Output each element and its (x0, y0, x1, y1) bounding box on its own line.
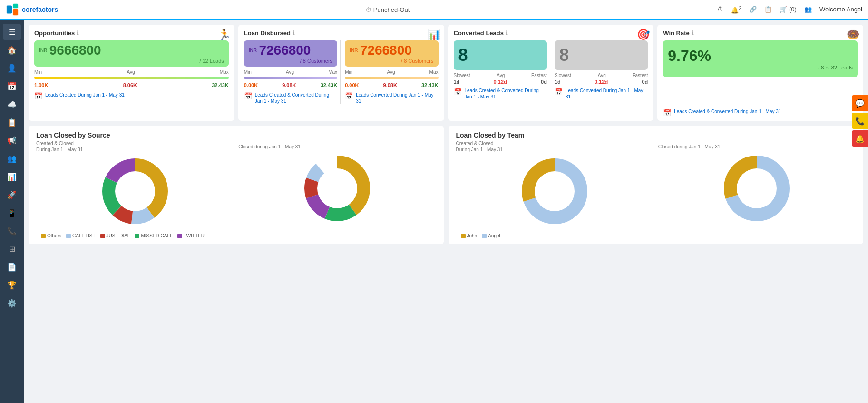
info-icon-opp: ℹ (77, 30, 78, 36)
cart-icon[interactable]: 🛒 (0) (780, 6, 797, 13)
loan-source-left: Created & Closed During Jan 1 - May 31 (36, 141, 234, 229)
legend-john: John (461, 233, 478, 238)
sidebar-item-calendar[interactable]: 📅 (3, 78, 21, 94)
svg-rect-0 (7, 6, 12, 14)
sidebar-item-campaigns[interactable]: 📢 (3, 132, 21, 148)
calendar-icon-loan1: 📅 (244, 92, 252, 100)
opp-footer: 📅 Leads Created During Jan 1 - May 31 (34, 92, 229, 100)
loan-by-team-card: Loan Closed by Team Created & Closed Dur… (449, 126, 864, 244)
sidebar-item-reports[interactable]: 📋 (3, 114, 21, 130)
loan-team-right: Closed during Jan 1 - May 31 (658, 144, 856, 226)
loan-source-inner: Created & Closed During Jan 1 - May 31 (36, 141, 436, 229)
loan-source-legend: Others CALL LIST JUST DIAL MISSED CALL T… (36, 233, 436, 238)
opp-values: 1.00K 8.06K 32.43K (34, 82, 229, 88)
converted-leads-card: Converted Leads ℹ 🎯 8 Slowest Avg Fastes… (448, 25, 654, 121)
users-icon[interactable]: 👥 (804, 6, 812, 13)
sidebar-item-documents[interactable]: 📄 (3, 259, 21, 275)
float-alert-btn[interactable]: 🔔 (852, 130, 868, 147)
legend-dot-calllist (66, 234, 71, 238)
legend-calllist: CALL LIST (66, 233, 96, 238)
opp-progress (34, 77, 229, 79)
float-buttons: 💬 📞 🔔 (852, 95, 868, 147)
conv-val1: 8 (454, 40, 547, 70)
legend-dot-justdial (100, 234, 105, 238)
logo-text: corefactors (22, 6, 58, 13)
sidebar: ☰ 🏠 👤 📅 ☁️ 📋 📢 👥 📊 🚀 📱 📞 ⊞ 📄 🏆 ⚙️ (0, 20, 24, 403)
sidebar-item-settings[interactable]: ⚙️ (3, 295, 21, 311)
legend-dot-twitter (177, 234, 182, 238)
opportunities-title: Opportunities ℹ 🏃 (34, 29, 229, 37)
calendar-icon-loan2: 📅 (345, 92, 353, 100)
topbar-status: ⏱ Punched-Out (63, 6, 712, 13)
legend-justdial: JUST DIAL (100, 233, 130, 238)
topbar-right: ⏱ 🔔2 🔗 📋 🛒 (0) 👥 Welcome Angel (717, 5, 862, 14)
legend-missedcall: MISSED CALL (135, 233, 172, 238)
loan-amount-box1: INR 7266800 / 8 Customers (244, 40, 337, 67)
calendar-icon-opp: 📅 (34, 92, 42, 100)
calendar-icon-conv1: 📅 (454, 88, 462, 96)
stats-row: Opportunities ℹ 🏃 INR 9666800 / 12 Leads… (29, 25, 863, 121)
opportunities-card: Opportunities ℹ 🏃 INR 9666800 / 12 Leads… (29, 25, 234, 121)
sidebar-item-grid[interactable]: ⊞ (3, 241, 21, 257)
conv-divider (550, 40, 550, 100)
target-icon: 🎯 (637, 29, 650, 41)
clock-icon[interactable]: ⏱ (717, 6, 723, 13)
topbar: corefactors ⏱ Punched-Out ⏱ 🔔2 🔗 📋 🛒 (0)… (0, 0, 868, 20)
loan-source-title: Loan Closed by Source (36, 131, 436, 139)
info-icon-win: ℹ (692, 30, 693, 36)
loan-team-inner: Created & Closed During Jan 1 - May 31 C… (456, 141, 856, 229)
opp-amount-box: INR 9666800 / 12 Leads (34, 40, 229, 67)
sidebar-item-analytics[interactable]: 📊 (3, 168, 21, 185)
loan-source-right: Closed during Jan 1 - May 31 (238, 144, 436, 226)
legend-dot-missedcall (135, 234, 139, 238)
svg-point-8 (115, 171, 155, 211)
legend-others: Others (41, 233, 61, 238)
loan-divider (340, 40, 341, 104)
loan-team-legend: John Angel (456, 233, 856, 238)
calendar-icon-conv2: 📅 (555, 88, 563, 96)
win-rate-title: Win Rate ℹ 🍩 (663, 29, 858, 37)
link-icon[interactable]: 🔗 (749, 6, 757, 13)
info-icon-conv: ℹ (506, 30, 507, 36)
logo[interactable]: corefactors (6, 3, 58, 16)
conv-val2: 8 (555, 40, 648, 70)
donut-team-1 (456, 153, 653, 229)
conv-sub1: 8 Slowest Avg Fastest 1d 0.12d 0d 📅 L (454, 40, 547, 100)
info-icon-loan: ℹ (293, 30, 294, 36)
charts-row: Loan Closed by Source Created & Closed D… (29, 126, 863, 244)
legend-angel: Angel (482, 233, 500, 238)
donut-source-1 (36, 153, 234, 229)
opp-icon: 🏃 (218, 29, 231, 41)
win-rate-card: Win Rate ℹ 🍩 9.76% / 8 of 82 Leads 📅 Lea… (657, 25, 863, 121)
sidebar-item-contacts[interactable]: 👤 (3, 60, 21, 76)
legend-dot-others (41, 234, 46, 238)
conv-sub2: 8 Slowest Avg Fastest 1d 0.12d 0d 📅 L (555, 40, 648, 100)
opp-labels: Min Avg Max (34, 69, 229, 75)
legend-dot-angel (482, 234, 487, 238)
sidebar-item-team[interactable]: 👥 (3, 150, 21, 167)
donut-team-2 (658, 150, 856, 226)
legend-twitter: TWITTER (177, 233, 205, 238)
loan-by-source-card: Loan Closed by Source Created & Closed D… (29, 126, 444, 244)
calendar-icon-win: 📅 (663, 108, 671, 117)
svg-point-14 (317, 168, 357, 208)
sidebar-item-home[interactable]: 🏠 (3, 42, 21, 58)
float-call-btn[interactable]: 📞 (852, 113, 868, 129)
svg-rect-2 (13, 9, 18, 15)
notification-icon[interactable]: 🔔2 (731, 5, 741, 14)
sidebar-item-mobile[interactable]: 📱 (3, 205, 21, 221)
loan-disbursed-card: Loan Disbursed ℹ 📊 INR 7266800 / 8 Custo… (238, 25, 444, 121)
win-icon: 🍩 (847, 29, 859, 41)
float-chat-btn[interactable]: 💬 (852, 95, 868, 111)
svg-point-20 (737, 168, 777, 208)
sidebar-item-trophy[interactable]: 🏆 (3, 277, 21, 293)
sidebar-item-menu[interactable]: ☰ (3, 24, 21, 40)
sidebar-item-launch[interactable]: 🚀 (3, 187, 21, 203)
win-rate-box: 9.76% / 8 of 82 Leads (663, 40, 858, 77)
loan-team-title: Loan Closed by Team (456, 131, 856, 139)
sidebar-item-calls[interactable]: 📞 (3, 223, 21, 239)
sidebar-item-cloud[interactable]: ☁️ (3, 96, 21, 112)
list-icon[interactable]: 📋 (764, 6, 772, 13)
loan-sub2: INR 7266800 / 8 Customers Min Avg Max 0.… (345, 40, 438, 104)
converted-leads-title: Converted Leads ℹ 🎯 (454, 29, 648, 37)
